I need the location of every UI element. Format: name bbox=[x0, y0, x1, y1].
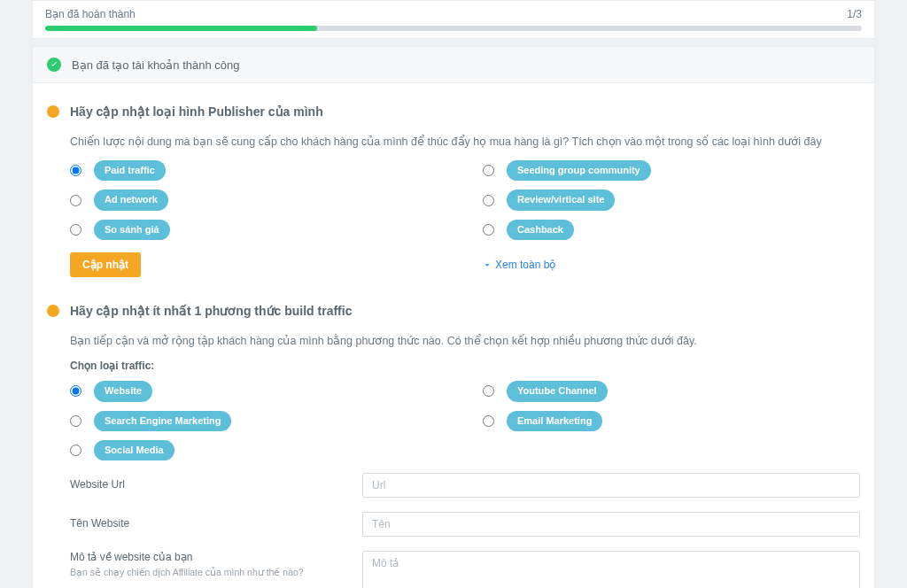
update-button[interactable]: Cập nhật bbox=[70, 252, 141, 277]
publisher-options: Paid traffic Seeding group community Ad … bbox=[70, 160, 860, 240]
show-all-text: Xem toàn bộ bbox=[495, 259, 555, 271]
chip-label: Ad network bbox=[94, 190, 168, 210]
traffic-subhead: Chọn loại traffic: bbox=[70, 360, 860, 372]
arrow-down-icon bbox=[483, 260, 492, 269]
publisher-option[interactable]: Review/virtical site bbox=[483, 190, 860, 210]
chip-label: Review/virtical site bbox=[507, 190, 615, 210]
orange-dot-icon bbox=[47, 105, 59, 118]
publisher-section-title: Hãy cập nhật loại hình Publisher của mìn… bbox=[70, 104, 323, 119]
chip-label: Paid traffic bbox=[94, 160, 166, 181]
radio-social[interactable] bbox=[70, 445, 81, 456]
website-form: Website Url Tên Website Mô tả về website… bbox=[70, 473, 860, 588]
traffic-section-desc: Bạn tiếp cận và mở rộng tập khách hàng c… bbox=[70, 334, 860, 347]
desc-label: Mô tả về website của bạn bbox=[70, 551, 345, 563]
traffic-section-title: Hãy cập nhật ít nhất 1 phương thức build… bbox=[70, 304, 352, 318]
traffic-option[interactable]: Search Engine Marketing bbox=[70, 411, 447, 431]
publisher-section-desc: Chiến lược nội dung mà bạn sẽ cung cấp c… bbox=[70, 135, 860, 148]
progress-fill bbox=[45, 26, 317, 31]
chip-label: Seeding group community bbox=[507, 160, 651, 181]
radio-website[interactable] bbox=[70, 385, 81, 397]
desc-sublabel: Bạn sẽ chạy chiến dịch Affiliate của mìn… bbox=[70, 567, 345, 577]
traffic-section: Hãy cập nhật ít nhất 1 phương thức build… bbox=[47, 304, 860, 588]
main-panel: Hãy cập nhật loại hình Publisher của mìn… bbox=[32, 83, 875, 588]
chip-label: Youtube Channel bbox=[507, 381, 608, 401]
chip-label: Website bbox=[94, 381, 152, 401]
radio-sem[interactable] bbox=[70, 415, 81, 427]
radio-paid-traffic[interactable] bbox=[70, 165, 81, 176]
show-all-link[interactable]: Xem toàn bộ bbox=[483, 259, 860, 271]
chip-label: Email Marketing bbox=[507, 411, 602, 431]
url-input[interactable] bbox=[362, 473, 860, 498]
radio-youtube[interactable] bbox=[483, 385, 494, 397]
traffic-option[interactable]: Email Marketing bbox=[483, 411, 860, 431]
publisher-option[interactable]: Seeding group community bbox=[483, 160, 860, 181]
radio-ad-network[interactable] bbox=[70, 195, 81, 206]
radio-seeding[interactable] bbox=[483, 165, 494, 176]
publisher-option[interactable]: Cashback bbox=[483, 220, 860, 240]
name-label: Tên Website bbox=[70, 512, 345, 530]
check-circle-icon bbox=[47, 58, 61, 72]
orange-dot-icon bbox=[47, 305, 59, 317]
traffic-option[interactable]: Youtube Channel bbox=[483, 381, 860, 401]
success-banner: Bạn đã tạo tài khoản thành công bbox=[32, 46, 875, 83]
chip-label: So sánh giá bbox=[94, 220, 170, 240]
publisher-option[interactable]: Ad network bbox=[70, 190, 447, 210]
url-label: Website Url bbox=[70, 473, 345, 491]
progress-bar bbox=[45, 26, 862, 31]
progress-count: 1/3 bbox=[847, 8, 862, 20]
publisher-section: Hãy cập nhật loại hình Publisher của mìn… bbox=[47, 104, 860, 277]
radio-email[interactable] bbox=[483, 415, 494, 427]
name-input[interactable] bbox=[362, 512, 860, 537]
radio-compare[interactable] bbox=[70, 224, 81, 236]
progress-label: Bạn đã hoàn thành bbox=[45, 8, 847, 20]
chip-label: Search Engine Marketing bbox=[94, 411, 231, 431]
success-text: Bạn đã tạo tài khoản thành công bbox=[72, 58, 240, 72]
progress-card: Bạn đã hoàn thành 1/3 bbox=[32, 0, 875, 39]
traffic-option[interactable]: Social Media bbox=[70, 440, 447, 460]
traffic-options: Website Youtube Channel Search Engine Ma… bbox=[70, 381, 860, 460]
publisher-option[interactable]: So sánh giá bbox=[70, 220, 447, 240]
chip-label: Cashback bbox=[507, 220, 574, 240]
desc-textarea[interactable] bbox=[362, 551, 860, 588]
traffic-option[interactable]: Website bbox=[70, 381, 447, 401]
radio-cashback[interactable] bbox=[483, 224, 494, 236]
radio-review[interactable] bbox=[483, 195, 494, 206]
publisher-option[interactable]: Paid traffic bbox=[70, 160, 447, 181]
chip-label: Social Media bbox=[94, 440, 174, 460]
